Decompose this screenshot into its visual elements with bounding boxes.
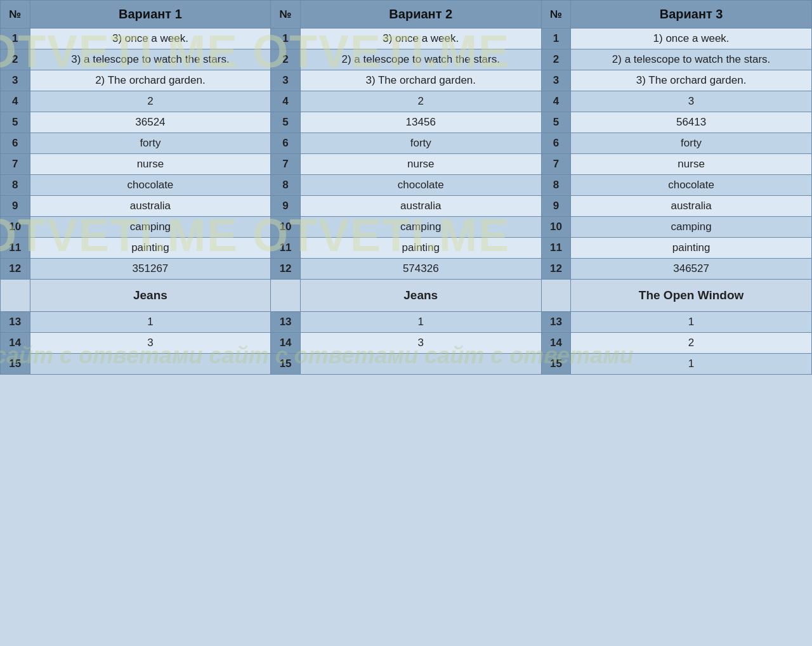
row-val-v1: 3) a telescope to watch the stars.	[30, 49, 271, 70]
row-val-v1: 2) The orchard garden.	[30, 70, 271, 91]
header-v1: Вариант 1	[30, 1, 271, 29]
header-v3: Вариант 3	[571, 1, 812, 29]
row-num-v2: 4	[271, 91, 301, 112]
row-val-v3: 2) a telescope to watch the stars.	[571, 49, 812, 70]
row-num-v2: 7	[271, 154, 301, 175]
row-num-v2: 9	[271, 196, 301, 217]
row-val-v1: 351267	[30, 259, 271, 280]
header-num: №	[1, 1, 30, 29]
header-v2: Вариант 2	[300, 1, 541, 29]
row-num-v2: 10	[271, 217, 301, 238]
row2-val-v2	[300, 354, 541, 375]
row2-num-v2: 14	[271, 333, 301, 354]
row-num-v3: 2	[541, 49, 571, 70]
row-val-v2: 2	[300, 91, 541, 112]
row-val-v1: chocolate	[30, 175, 271, 196]
section-title-v1: Jeans	[30, 280, 271, 312]
row-num-v1: 12	[1, 259, 30, 280]
row2-val-v2: 1	[300, 312, 541, 333]
row-num-v3: 1	[541, 29, 571, 49]
row-val-v3: nurse	[571, 154, 812, 175]
row-val-v1: australia	[30, 196, 271, 217]
row-num-v2: 5	[271, 112, 301, 133]
row-val-v3: 3) The orchard garden.	[571, 70, 812, 91]
table-row: 4 2 4 2 4 3	[1, 91, 812, 112]
row-num-v2: 12	[271, 259, 301, 280]
row-val-v2: forty	[300, 133, 541, 154]
table-container: OTVETI.ME OTVETI.ME OTVETI.ME OTVETI.ME …	[0, 0, 812, 375]
table-row: 8 chocolate 8 chocolate 8 chocolate	[1, 175, 812, 196]
table-row: 6 forty 6 forty 6 forty	[1, 133, 812, 154]
table-row: 11 painting 11 painting 11 painting	[1, 238, 812, 259]
row-val-v2: 3) The orchard garden.	[300, 70, 541, 91]
row2-val-v1: 1	[30, 312, 271, 333]
row-num-v2: 8	[271, 175, 301, 196]
table-row-2: 13 1 13 1 13 1	[1, 312, 812, 333]
row-val-v3: forty	[571, 133, 812, 154]
row2-num-v3: 14	[541, 333, 571, 354]
row-val-v2: 2) a telescope to watch the stars.	[300, 49, 541, 70]
row2-val-v3: 1	[571, 312, 812, 333]
table-row: 2 3) a telescope to watch the stars. 2 2…	[1, 49, 812, 70]
row2-val-v1: 3	[30, 333, 271, 354]
row-val-v2: camping	[300, 217, 541, 238]
row-num-v1: 7	[1, 154, 30, 175]
table-row: 7 nurse 7 nurse 7 nurse	[1, 154, 812, 175]
header-num2: №	[271, 1, 301, 29]
row-val-v1: forty	[30, 133, 271, 154]
row-val-v1: camping	[30, 217, 271, 238]
row-val-v3: 1) once a week.	[571, 29, 812, 49]
table-row: 10 camping 10 camping 10 camping	[1, 217, 812, 238]
row-num-v3: 10	[541, 217, 571, 238]
table-row-2: 14 3 14 3 14 2	[1, 333, 812, 354]
row-val-v3: 3	[571, 91, 812, 112]
row-val-v1: 2	[30, 91, 271, 112]
section-title-row: Jeans Jeans The Open Window	[1, 280, 812, 312]
section-num-empty3	[541, 280, 571, 312]
row-num-v2: 2	[271, 49, 301, 70]
table-row-2: 15 15 15 1	[1, 354, 812, 375]
row-val-v3: painting	[571, 238, 812, 259]
row2-num-v3: 13	[541, 312, 571, 333]
row-val-v1: 36524	[30, 112, 271, 133]
row-val-v1: painting	[30, 238, 271, 259]
row-val-v3: chocolate	[571, 175, 812, 196]
row-num-v2: 11	[271, 238, 301, 259]
row-val-v2: nurse	[300, 154, 541, 175]
row-val-v2: painting	[300, 238, 541, 259]
row-num-v1: 4	[1, 91, 30, 112]
row-num-v3: 4	[541, 91, 571, 112]
row-val-v2: 13456	[300, 112, 541, 133]
row-num-v1: 1	[1, 29, 30, 49]
row-val-v1: 3) once a week.	[30, 29, 271, 49]
row-num-v3: 11	[541, 238, 571, 259]
row2-num-v1: 14	[1, 333, 30, 354]
row-num-v3: 3	[541, 70, 571, 91]
section-title-v2: Jeans	[300, 280, 541, 312]
table-row: 1 3) once a week. 1 3) once a week. 1 1)…	[1, 29, 812, 49]
row2-val-v3: 1	[571, 354, 812, 375]
row-num-v3: 6	[541, 133, 571, 154]
row2-val-v1	[30, 354, 271, 375]
row-val-v2: 574326	[300, 259, 541, 280]
row-num-v1: 6	[1, 133, 30, 154]
section-num-empty2	[271, 280, 301, 312]
section-title-v3: The Open Window	[571, 280, 812, 312]
row-val-v3: australia	[571, 196, 812, 217]
row-val-v1: nurse	[30, 154, 271, 175]
row-val-v2: 3) once a week.	[300, 29, 541, 49]
row2-num-v1: 15	[1, 354, 30, 375]
row-val-v2: chocolate	[300, 175, 541, 196]
row-num-v2: 1	[271, 29, 301, 49]
row-num-v3: 8	[541, 175, 571, 196]
row2-num-v2: 15	[271, 354, 301, 375]
table-row: 12 351267 12 574326 12 346527	[1, 259, 812, 280]
row2-num-v3: 15	[541, 354, 571, 375]
row-num-v1: 8	[1, 175, 30, 196]
row-num-v1: 11	[1, 238, 30, 259]
row-num-v2: 6	[271, 133, 301, 154]
row-val-v2: australia	[300, 196, 541, 217]
row2-val-v3: 2	[571, 333, 812, 354]
row2-num-v1: 13	[1, 312, 30, 333]
header-num3: №	[541, 1, 571, 29]
